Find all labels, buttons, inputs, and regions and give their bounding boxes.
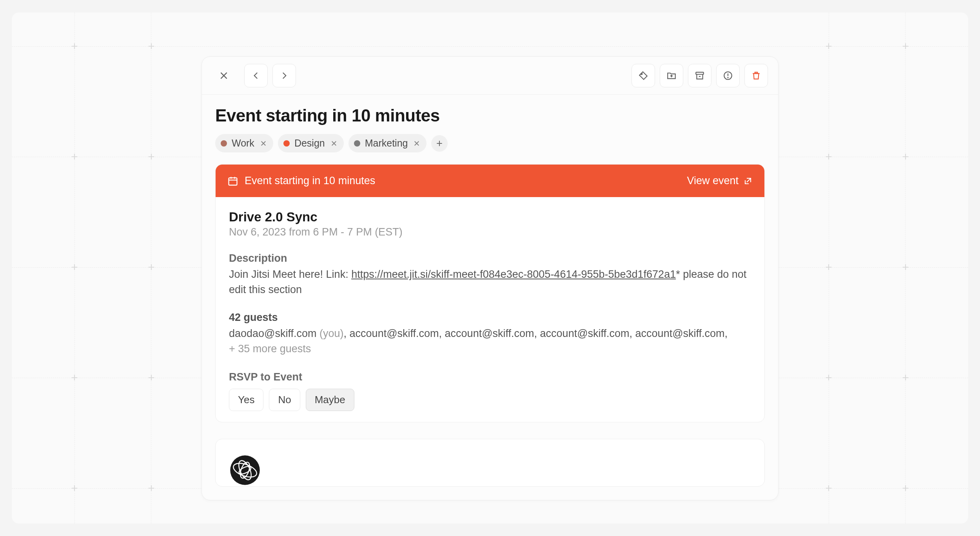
add-tag-button[interactable] <box>431 135 448 152</box>
guests-label: 42 guests <box>229 311 751 324</box>
svg-point-0 <box>641 73 642 74</box>
app-background: + + + + + + + + + + + + + + + + + + + + <box>12 13 968 523</box>
prev-button[interactable] <box>244 64 268 87</box>
trash-icon <box>751 71 761 81</box>
spam-button[interactable] <box>716 64 740 87</box>
svg-rect-4 <box>229 177 237 185</box>
tag-color-dot <box>283 140 290 147</box>
svg-rect-1 <box>696 72 704 74</box>
close-icon <box>260 140 267 147</box>
secondary-event-card <box>215 439 765 487</box>
next-button[interactable] <box>272 64 296 87</box>
event-description: Join Jitsi Meet here! Link: https://meet… <box>229 267 751 297</box>
alert-icon <box>723 71 733 81</box>
archive-icon <box>695 71 705 81</box>
event-datetime: Nov 6, 2023 from 6 PM - 7 PM (EST) <box>229 226 751 238</box>
toolbar <box>202 57 778 95</box>
tag-button[interactable] <box>632 64 655 87</box>
rsvp-label: RSVP to Event <box>229 371 751 383</box>
plus-icon <box>436 139 443 147</box>
close-icon <box>330 140 338 147</box>
folder-move-icon <box>666 71 677 81</box>
calendar-icon <box>227 176 238 187</box>
move-to-folder-button[interactable] <box>660 64 683 87</box>
event-detail-panel: Event starting in 10 minutes Work Design <box>201 56 779 500</box>
chevron-left-icon <box>251 71 261 81</box>
guests-more[interactable]: + 35 more guests <box>229 343 311 355</box>
rsvp-no-button[interactable]: No <box>269 389 300 411</box>
sender-logo <box>229 454 261 486</box>
meeting-link[interactable]: https://meet.jit.si/skiff-meet-f084e3ec-… <box>351 268 676 280</box>
rsvp-yes-button[interactable]: Yes <box>229 389 263 411</box>
guest-self: daodao@skiff.com <box>229 328 317 339</box>
svg-point-3 <box>728 77 728 78</box>
event-title: Drive 2.0 Sync <box>229 210 751 225</box>
chevron-right-icon <box>279 71 289 81</box>
guests-list: daodao@skiff.com (you), account@skiff.co… <box>229 326 751 357</box>
page-title: Event starting in 10 minutes <box>215 106 765 125</box>
tag-label: Design <box>294 138 325 149</box>
banner-text: Event starting in 10 minutes <box>245 175 375 187</box>
tag-marketing[interactable]: Marketing <box>348 134 427 152</box>
guest-others: account@skiff.com, account@skiff.com, ac… <box>350 328 728 339</box>
tag-color-dot <box>221 140 227 147</box>
remove-tag-button[interactable] <box>330 139 338 148</box>
close-icon <box>413 140 420 147</box>
description-label: Description <box>229 252 751 264</box>
tag-work[interactable]: Work <box>215 134 273 152</box>
archive-button[interactable] <box>688 64 711 87</box>
tag-label: Work <box>232 138 254 149</box>
tag-row: Work Design Marketing <box>215 134 765 152</box>
tag-color-dot <box>354 140 360 147</box>
remove-tag-button[interactable] <box>259 139 268 148</box>
remove-tag-button[interactable] <box>412 139 421 148</box>
delete-button[interactable] <box>744 64 768 87</box>
rsvp-buttons: Yes No Maybe <box>229 389 751 411</box>
tag-label: Marketing <box>365 138 408 149</box>
spiral-icon <box>229 454 261 486</box>
close-button[interactable] <box>212 64 236 87</box>
external-link-icon <box>743 176 753 186</box>
view-event-link[interactable]: View event <box>687 175 753 187</box>
you-marker: (you) <box>319 328 344 339</box>
close-icon <box>219 71 229 81</box>
event-banner: Event starting in 10 minutes View event <box>216 165 764 197</box>
tag-icon <box>638 71 648 81</box>
event-card: Event starting in 10 minutes View event … <box>215 164 765 422</box>
description-prefix: Join Jitsi Meet here! Link: <box>229 268 351 280</box>
tag-design[interactable]: Design <box>278 134 344 152</box>
rsvp-maybe-button[interactable]: Maybe <box>306 389 354 411</box>
view-event-label: View event <box>687 175 739 187</box>
